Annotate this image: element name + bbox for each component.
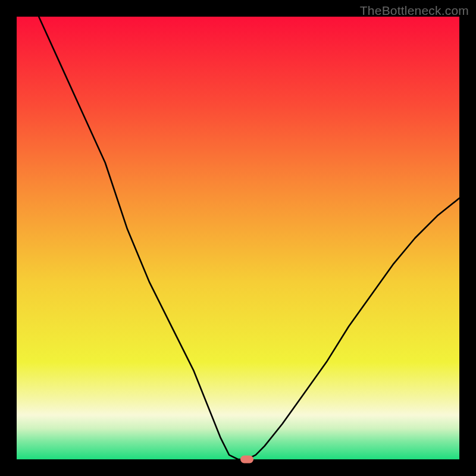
chart-svg (17, 17, 459, 459)
chart-frame: TheBottleneck.com (0, 0, 476, 476)
plot-area (17, 17, 459, 459)
gradient-background (17, 17, 459, 459)
watermark-text: TheBottleneck.com (360, 4, 469, 18)
optimal-marker (240, 456, 253, 464)
